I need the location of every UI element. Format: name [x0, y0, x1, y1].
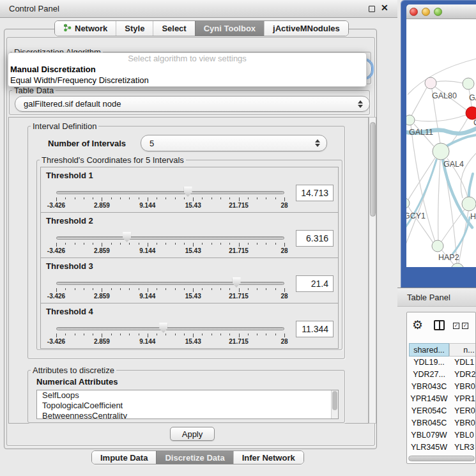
cell-name: YER0	[449, 405, 475, 417]
split-columns-icon[interactable]	[434, 320, 445, 330]
table-row[interactable]: YDL19...YDL1	[407, 357, 476, 369]
attribute-list-item[interactable]: TopologicalCoefficient	[37, 401, 338, 411]
network-node-selected-red[interactable]	[466, 107, 476, 119]
tick-mark	[239, 243, 240, 247]
network-view-canvas[interactable]: GAL80GACGAL11GAL4GCY1HHAP2	[406, 19, 476, 267]
tick-mark	[175, 288, 176, 290]
threshold-value-field[interactable]: 21.4	[296, 275, 334, 292]
tick-mark	[84, 197, 84, 199]
table-row[interactable]: YDR27...YDR2	[407, 369, 476, 381]
table-row[interactable]: YBR045CYBR0	[407, 417, 476, 429]
tick-mark	[148, 243, 148, 247]
tab-select[interactable]: Select	[153, 21, 194, 36]
minimize-traffic-light-icon[interactable]	[422, 8, 430, 16]
settings-scrollbar-thumb[interactable]	[370, 122, 376, 217]
table-row[interactable]: YPR145WYPR1	[407, 393, 476, 405]
tick-label: 2.859	[94, 202, 110, 209]
tick-mark	[284, 243, 285, 247]
tick-mark	[56, 334, 57, 337]
numerical-attributes-list[interactable]: SelfLoopsTopologicalCoefficientBetweenne…	[36, 390, 339, 419]
tick-label: 9.144	[139, 293, 155, 300]
tick-label: -3.426	[47, 293, 65, 300]
table-hscrollbar-thumb[interactable]	[408, 456, 475, 461]
cell-shared-name: YDR27...	[409, 369, 449, 381]
cyni-bottom-tab-bar: Impute DataDiscretize DataInfer Network	[91, 450, 304, 464]
table-row[interactable]: YLR345WYLR3	[407, 441, 476, 454]
slider-track[interactable]	[56, 236, 284, 240]
tick-mark	[120, 334, 121, 335]
slider-handle[interactable]	[123, 232, 131, 242]
control-panel-title: Control Panel	[9, 4, 59, 13]
tick-mark	[184, 197, 185, 199]
network-node-gal80[interactable]	[425, 77, 436, 89]
slider-track[interactable]	[56, 327, 284, 330]
table-row[interactable]: YBR043CYBR0	[407, 381, 476, 393]
threshold-value-field[interactable]: 14.713	[296, 185, 334, 201]
attributes-scrollbar-thumb[interactable]	[332, 391, 337, 410]
tick-mark	[184, 334, 185, 335]
slider-handle[interactable]	[184, 187, 192, 197]
tick-label: 9.144	[139, 247, 155, 254]
tick-mark	[65, 334, 66, 335]
slider-handle[interactable]	[233, 277, 241, 288]
tick-label: 2.859	[94, 338, 110, 345]
table-row[interactable]: YER054CYER0	[407, 405, 476, 417]
cell-name: YBR0	[449, 381, 475, 393]
network-node-hap2[interactable]	[432, 240, 443, 252]
tab-network[interactable]: Network	[55, 21, 116, 36]
network-edge	[411, 88, 427, 116]
zoom-traffic-light-icon[interactable]	[434, 8, 442, 16]
dropdown-item-manual-discretization[interactable]: Manual Discretization	[8, 64, 366, 75]
threshold-value-field[interactable]: 6.316	[296, 230, 334, 247]
network-node-gcy1[interactable]	[406, 198, 410, 208]
column-header-name[interactable]: n...	[449, 343, 476, 357]
network-edge	[411, 125, 435, 242]
table-data-combobox[interactable]: galFiltered.sif default node	[15, 96, 370, 112]
gear-icon[interactable]: ⚙	[412, 318, 423, 332]
tick-mark	[266, 334, 266, 335]
threshold-value-field[interactable]: 11.344	[296, 321, 334, 337]
close-icon[interactable]: ✕	[381, 3, 388, 13]
tick-mark	[139, 288, 139, 290]
dropdown-item-equal-width[interactable]: Equal Width/Frequency Discretization	[8, 75, 366, 86]
network-node-right-mid[interactable]	[462, 197, 476, 211]
number-of-intervals-combobox[interactable]: 5	[141, 135, 327, 151]
attribute-list-item[interactable]: SelfLoops	[37, 390, 338, 401]
table-row[interactable]: YBL079WYBL0	[407, 429, 476, 441]
tick-mark	[75, 243, 75, 245]
table-data-selected-value: galFiltered.sif default node	[24, 99, 357, 109]
network-node-top-right[interactable]	[463, 78, 474, 89]
apply-button[interactable]: Apply	[170, 427, 215, 441]
attribute-list-item[interactable]: BetweennessCentrality	[37, 411, 338, 419]
tick-mark	[139, 243, 139, 245]
network-window-titlebar[interactable]	[406, 4, 476, 19]
tab-impute-data[interactable]: Impute Data	[92, 451, 156, 464]
tab-jactivemnodules[interactable]: jActiveMNodules	[264, 21, 348, 36]
network-node-gal4[interactable]	[433, 143, 449, 160]
cell-name: YBR0	[449, 417, 475, 429]
column-header-shared-name[interactable]: shared...	[409, 343, 449, 357]
attributes-scrollbar-track[interactable]	[331, 390, 338, 418]
network-node-gal11[interactable]	[406, 115, 415, 125]
checkbox-icon[interactable]: ✓	[453, 323, 459, 329]
tick-mark	[220, 288, 221, 290]
tick-mark	[93, 197, 93, 199]
tick-mark	[211, 243, 212, 245]
tick-mark	[193, 288, 194, 292]
checkbox-icon[interactable]: ✓	[462, 323, 468, 329]
tick-mark	[229, 288, 230, 290]
cell-shared-name: YBR045C	[409, 417, 449, 429]
tab-cyni-toolbox[interactable]: Cyni Toolbox	[195, 21, 264, 36]
tab-discretize-data[interactable]: Discretize Data	[156, 451, 233, 464]
table-data-legend: Table Data	[12, 86, 56, 95]
slider-track[interactable]	[56, 282, 284, 285]
float-window-icon[interactable]	[369, 6, 375, 12]
cell-name: YDR2	[449, 369, 475, 381]
network-edge	[441, 210, 464, 242]
slider-track[interactable]	[56, 191, 284, 194]
tab-infer-network[interactable]: Infer Network	[233, 451, 303, 464]
tab-style[interactable]: Style	[116, 21, 153, 36]
slider-handle[interactable]	[159, 323, 167, 333]
close-traffic-light-icon[interactable]	[410, 8, 418, 16]
tick-label: 15.43	[185, 293, 201, 300]
